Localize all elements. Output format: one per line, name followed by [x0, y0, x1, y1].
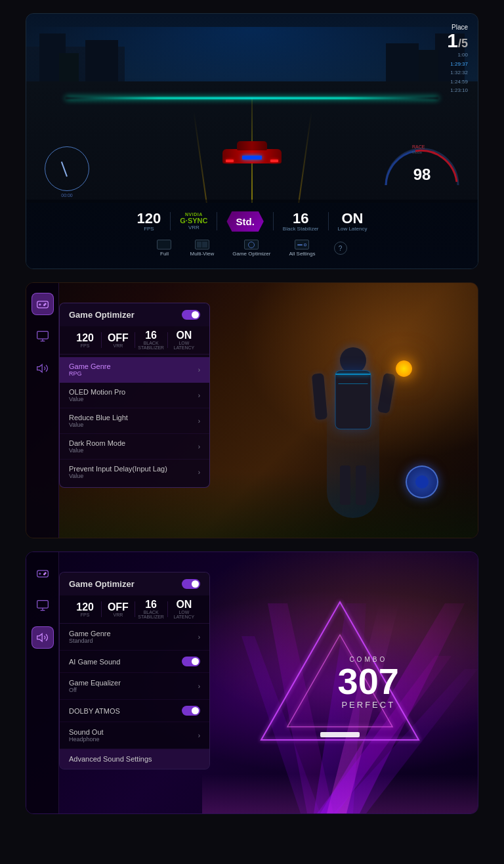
side-icons-panel — [26, 283, 59, 538]
dark-room-title: Dark Room Mode — [69, 439, 125, 447]
blue-light-title: Reduce Blue Light — [69, 414, 128, 421]
sound-out-value: Headphone — [69, 736, 104, 743]
sound-menu: Game Genre Standard › AI Game Sound — [60, 624, 209, 769]
genre-title: Game Genre — [69, 362, 111, 370]
help-button[interactable]: ? — [334, 242, 347, 255]
equalizer-value: Off — [69, 687, 121, 693]
vrr-opt: OFF VRR — [102, 333, 134, 348]
latency-opt: ON Low Latency — [168, 330, 200, 350]
svg-text:RACE: RACE — [412, 144, 425, 149]
blue-light-value: Value — [69, 421, 128, 428]
ai-sound-item[interactable]: AI Game Sound — [60, 651, 209, 673]
dark-room-chevron: › — [198, 443, 200, 450]
svg-rect-25 — [320, 732, 360, 737]
sound-out-chevron: › — [198, 732, 200, 739]
side-icons-panel-3 — [26, 552, 59, 813]
game-optimizer-button[interactable]: Game Optimizer — [232, 240, 270, 257]
black-stab-opt: 16 Black Stabilizer — [135, 330, 167, 350]
all-settings-button[interactable]: All Settings — [289, 240, 315, 257]
gamepad-svg-3 — [36, 567, 49, 580]
genre-value: RPG — [69, 370, 111, 377]
oled-title: OLED Motion Pro — [69, 388, 125, 396]
sound-genre-value: Standard — [69, 637, 111, 644]
volume-svg-3 — [36, 631, 49, 644]
low-latency-stat: ON Low Latency — [338, 211, 368, 232]
sound-optimizer-panel: Game Optimizer 120 FPS OFF VRR 16 Black … — [59, 572, 210, 769]
svg-marker-14 — [37, 364, 42, 372]
score-display: COMBO 307 PERFECT — [338, 656, 399, 710]
volume-svg — [36, 362, 49, 375]
input-delay-chevron: › — [198, 469, 200, 476]
ai-sound-title: AI Game Sound — [69, 658, 120, 666]
svg-marker-34 — [37, 634, 42, 641]
volume-icon-3[interactable] — [32, 626, 54, 649]
lap-times: 1:00 1:29:37 1:32:32 1:24:59 1:23:10 — [447, 51, 468, 95]
genre-chevron: › — [198, 366, 200, 374]
display-icon[interactable] — [32, 325, 54, 347]
place-indicator: Place 1/5 1:00 1:29:37 1:32:32 1:24:59 1… — [447, 24, 468, 95]
svg-rect-22 — [202, 774, 478, 813]
display-svg-3 — [36, 599, 49, 612]
menu-item-input-delay[interactable]: Prevent Input Delay(Input Lag) Value › — [60, 460, 209, 485]
fps-opt: 120 FPS — [69, 333, 101, 348]
input-delay-value: Value — [69, 473, 167, 479]
svg-rect-31 — [37, 601, 48, 609]
svg-rect-11 — [37, 332, 48, 339]
input-delay-title: Prevent Input Delay(Input Lag) — [69, 465, 167, 473]
oled-value: Value — [69, 396, 125, 402]
equalizer-title: Game Equalizer — [69, 679, 121, 687]
sound-genre-title: Game Genre — [69, 630, 111, 637]
blue-light-chevron: › — [198, 418, 200, 425]
hud-bar: 120 FPS NVIDIA G·SYNC VRR Std. 16 Black … — [26, 200, 478, 269]
menu-item-genre[interactable]: Game Genre RPG › — [60, 357, 209, 383]
svg-text:98: 98 — [413, 165, 431, 183]
sound-optimizer-header: Game Optimizer — [60, 572, 209, 595]
menu-item-dark-room[interactable]: Dark Room Mode Value › — [60, 434, 209, 460]
black-stab-sound: 16 Black Stabilizer — [135, 599, 167, 619]
advanced-sound-title: Advanced Sound Settings — [69, 755, 152, 763]
svg-point-30 — [43, 574, 45, 575]
optimizer-toggle-2[interactable] — [182, 310, 200, 320]
full-button[interactable]: Full — [157, 240, 171, 257]
equalizer-item[interactable]: Game Equalizer Off › — [60, 673, 209, 700]
advanced-sound-item[interactable]: Advanced Sound Settings — [60, 749, 209, 769]
svg-point-9 — [45, 303, 46, 305]
svg-point-10 — [43, 305, 45, 306]
ai-sound-toggle[interactable] — [182, 657, 200, 666]
score-number: 307 — [338, 663, 399, 700]
panel-rpg: Game Optimizer 120 FPS OFF VRR 16 Black … — [26, 282, 478, 538]
place-number: 1 — [447, 30, 458, 51]
optimizer-stats-2: 120 FPS OFF VRR 16 Black Stabilizer ON L… — [60, 326, 209, 355]
optimizer-panel-2: Game Optimizer 120 FPS OFF VRR 16 Black … — [59, 303, 210, 488]
display-icon-3[interactable] — [32, 594, 54, 616]
sound-optimizer-toggle[interactable] — [182, 579, 200, 589]
sound-genre-item[interactable]: Game Genre Standard › — [60, 624, 209, 651]
mode-badge: Std. — [226, 211, 263, 232]
sound-out-item[interactable]: Sound Out Headphone › — [60, 722, 209, 749]
sound-genre-chevron: › — [198, 634, 200, 641]
left-gauge-label: 00:00 — [41, 193, 93, 198]
gamepad-icon[interactable] — [32, 293, 54, 315]
sound-out-title: Sound Out — [69, 728, 104, 736]
optimizer-title-2: Game Optimizer — [69, 310, 135, 320]
panel-music: COMBO 307 PERFECT — [26, 551, 478, 814]
score-perfect: PERFECT — [338, 700, 399, 710]
sound-optimizer-stats: 120 FPS OFF VRR 16 Black Stabilizer ON L… — [60, 595, 209, 624]
fps-stat: 120 FPS — [137, 211, 161, 232]
svg-point-29 — [45, 572, 46, 574]
menu-item-blue-light[interactable]: Reduce Blue Light Value › — [60, 408, 209, 434]
oled-chevron: › — [198, 392, 200, 399]
equalizer-chevron: › — [198, 683, 200, 690]
volume-icon[interactable] — [32, 357, 54, 379]
optimizer-header-2: Game Optimizer — [60, 303, 209, 326]
black-stabilizer-stat: 16 Black Stabilizer — [283, 211, 319, 232]
total-places: 5 — [461, 37, 468, 50]
gamepad-icon-3[interactable] — [32, 562, 54, 584]
dark-room-value: Value — [69, 447, 125, 454]
multi-view-button[interactable]: Multi-View — [190, 240, 214, 257]
dolby-item[interactable]: DOLBY ATMOS — [60, 700, 209, 722]
menu-item-oled[interactable]: OLED Motion Pro Value › — [60, 383, 209, 408]
dolby-toggle[interactable] — [182, 706, 200, 716]
latency-sound: ON Low Latency — [168, 599, 200, 619]
fps-sound: 120 FPS — [69, 602, 101, 617]
